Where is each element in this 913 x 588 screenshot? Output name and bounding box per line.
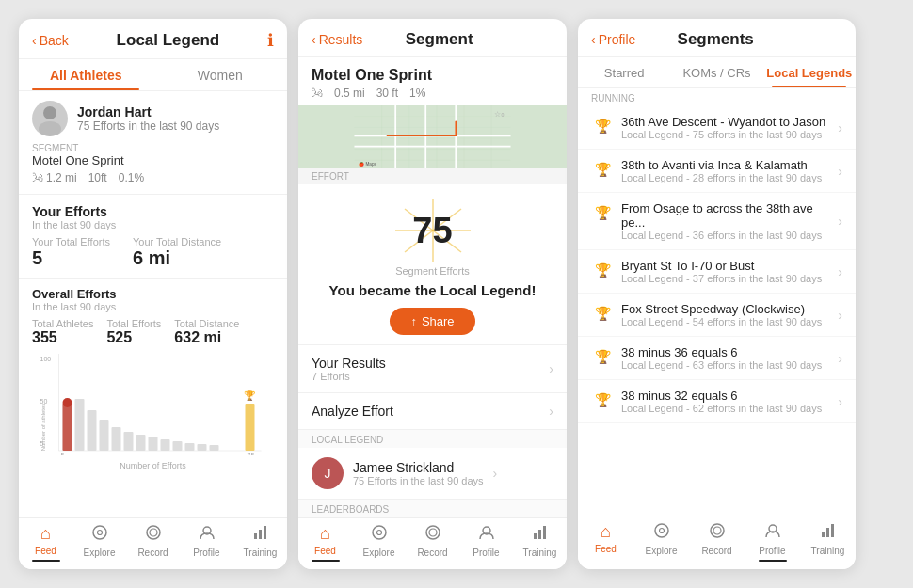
athlete-card: Jordan Hart 75 Efforts in the last 90 da…: [19, 91, 287, 195]
your-efforts-stats: Your Total Efforts 5 Your Total Distance…: [32, 236, 274, 269]
right-nav-record[interactable]: Record: [689, 522, 745, 562]
mid-nav-profile-label: Profile: [473, 548, 499, 558]
svg-point-27: [93, 526, 106, 539]
svg-text:☆: ☆: [494, 110, 501, 119]
svg-rect-17: [185, 443, 195, 451]
total-distance-overall-value: 632 mi: [174, 329, 239, 346]
mid-nav-profile[interactable]: Profile: [459, 524, 513, 562]
segment-item-0[interactable]: 🏆 36th Ave Descent - Wyandot to Jason Lo…: [578, 106, 856, 150]
mid-nav-record[interactable]: Record: [406, 524, 459, 562]
segment-item-5[interactable]: 🏆 38 minus 36 equals 6 Local Legend - 63…: [578, 337, 856, 380]
sli-text-2: From Osage to across the 38th ave pe... …: [621, 201, 838, 241]
local-legend-sub: 75 Efforts in the last 90 days: [353, 475, 484, 486]
right-back-label: Profile: [599, 32, 636, 47]
svg-rect-21: [246, 404, 255, 451]
sli-title-0: 36th Ave Descent - Wyandot to Jason: [621, 115, 825, 129]
segment-item-2[interactable]: 🏆 From Osage to across the 38th ave pe..…: [578, 193, 856, 250]
local-legend-avatar: J: [312, 457, 344, 489]
share-icon: ↑: [410, 314, 417, 328]
info-icon[interactable]: ℹ: [267, 30, 274, 51]
svg-text:🏆: 🏆: [244, 389, 256, 402]
analyze-effort-left: Analyze Effort: [312, 404, 393, 419]
left-panel-header: ‹ Back Local Legend ℹ: [19, 19, 287, 59]
trophy-icon-1: 🏆: [591, 158, 614, 181]
svg-text:100: 100: [40, 356, 52, 362]
svg-rect-34: [264, 526, 266, 539]
back-button[interactable]: ‹ Back: [32, 33, 69, 48]
right-profile-icon: [764, 522, 781, 544]
right-back-button[interactable]: ‹ Profile: [591, 32, 635, 47]
mid-profile-icon: [478, 524, 495, 546]
trophy-icon-3: 🏆: [591, 259, 614, 281]
analyze-effort-item[interactable]: Analyze Effort ›: [298, 393, 567, 430]
tab-starred[interactable]: Starred: [578, 57, 670, 87]
tab-local-legends[interactable]: Local Legends: [763, 57, 856, 87]
right-nav-feed-label: Feed: [595, 544, 617, 554]
right-bottom-nav: ⌂ Feed Explore Record Profile: [578, 516, 856, 569]
mid-nav-explore[interactable]: Explore: [352, 524, 406, 562]
chevron-right-icon: ›: [549, 361, 553, 376]
middle-back-button[interactable]: ‹ Results: [312, 32, 362, 47]
share-button[interactable]: ↑ Share: [390, 308, 474, 335]
nav-record-label: Record: [137, 548, 168, 558]
svg-point-71: [659, 529, 664, 533]
right-nav-explore-label: Explore: [646, 546, 678, 556]
svg-rect-68: [538, 530, 541, 539]
segment-item-3[interactable]: 🏆 Bryant St To I-70 or Bust Local Legend…: [578, 250, 856, 294]
segment-item-1[interactable]: 🏆 38th to Avanti via Inca & Kalamath Loc…: [578, 150, 856, 193]
nav-profile[interactable]: Profile: [180, 524, 233, 562]
svg-rect-9: [88, 410, 97, 451]
total-efforts-overall-label: Total Efforts: [106, 318, 161, 329]
tab-women[interactable]: Women: [153, 59, 288, 90]
seg-stat-2: 1%: [409, 87, 425, 100]
nav-explore[interactable]: Explore: [72, 524, 126, 562]
trophy-icon-0: 🏆: [591, 115, 614, 137]
sli-left-0: 🏆 36th Ave Descent - Wyandot to Jason Lo…: [591, 115, 838, 140]
leaderboards-section-label: LEADERBOARDS: [298, 500, 567, 517]
nav-record[interactable]: Record: [126, 524, 180, 562]
svg-rect-18: [198, 444, 207, 451]
athlete-info: Jordan Hart 75 Efforts in the last 90 da…: [77, 104, 219, 133]
your-efforts-sub: In the last 90 days: [32, 219, 274, 230]
mid-nav-record-label: Record: [417, 548, 447, 558]
athlete-tabs: All Athletes Women: [19, 59, 287, 91]
svg-rect-15: [161, 439, 170, 451]
map-view[interactable]: 🍎 Maps ☆ 0: [298, 105, 567, 168]
mid-nav-training[interactable]: Training: [513, 524, 567, 562]
sli-text-3: Bryant St To I-70 or Bust Local Legend -…: [621, 259, 822, 284]
svg-rect-11: [112, 427, 121, 451]
svg-point-73: [713, 527, 721, 534]
svg-point-65: [429, 529, 437, 536]
right-nav-training[interactable]: Training: [800, 522, 856, 562]
right-nav-explore[interactable]: Explore: [633, 522, 689, 562]
right-nav-profile-label: Profile: [759, 546, 785, 556]
effort-label: EFFORT: [298, 168, 567, 184]
right-nav-feed[interactable]: ⌂ Feed: [578, 522, 633, 562]
svg-rect-20: [63, 404, 72, 451]
overall-title: Overall Efforts: [32, 287, 274, 301]
trophy-icon-2: 🏆: [591, 201, 614, 224]
right-nav-profile[interactable]: Profile: [745, 522, 800, 562]
total-efforts-overall-value: 525: [106, 329, 161, 346]
trophy-sub-text: Segment Efforts: [395, 265, 470, 277]
your-results-item[interactable]: Your Results 7 Efforts ›: [298, 345, 567, 393]
tab-koms[interactable]: KOMs / CRs: [670, 57, 762, 87]
segment-item-4[interactable]: 🏆 Fox Street Speedway (Clockwise) Local …: [578, 294, 856, 337]
nav-feed[interactable]: ⌂ Feed: [19, 524, 72, 562]
sli-left-6: 🏆 38 minus 32 equals 6 Local Legend - 62…: [591, 389, 838, 414]
mid-nav-feed[interactable]: ⌂ Feed: [298, 524, 352, 562]
seg-chevron-0: ›: [838, 120, 842, 135]
total-efforts-label: Your Total Efforts: [32, 236, 110, 247]
svg-text:5: 5: [61, 453, 65, 455]
svg-rect-19: [210, 445, 219, 451]
sli-title-5: 38 minus 36 equals 6: [621, 345, 822, 359]
local-legend-item[interactable]: J Jamee Strickland 75 Efforts in the las…: [298, 448, 567, 500]
segment-list: 🏆 36th Ave Descent - Wyandot to Jason Lo…: [578, 106, 856, 516]
nav-training[interactable]: Training: [233, 524, 287, 562]
svg-point-28: [97, 531, 102, 535]
tab-all-athletes[interactable]: All Athletes: [19, 59, 153, 90]
chevron-left-icon: ‹: [32, 33, 37, 48]
page-title: Local Legend: [117, 31, 220, 50]
svg-point-22: [63, 398, 72, 407]
segment-item-6[interactable]: 🏆 38 minus 32 equals 6 Local Legend - 62…: [578, 380, 856, 423]
